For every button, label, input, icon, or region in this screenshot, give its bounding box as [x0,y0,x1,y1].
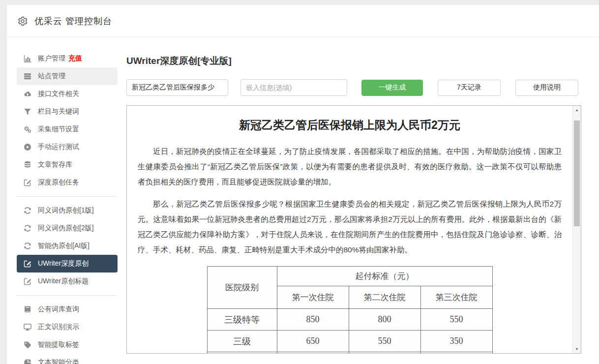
table-cell: 850 [277,309,349,331]
generate-button[interactable]: 一键生成 [361,80,423,96]
table-row: 二级 400 300 150 [207,352,492,354]
table-col-header: 第二次住院 [349,286,420,309]
article-scrollbar[interactable]: ▲ ▼ [572,106,581,353]
sidebar-item-smart-tag-extract[interactable]: 智能提取标签 [17,336,118,354]
sidebar-item-article-cache[interactable]: 文章暂存库 [17,156,118,174]
sidebar-divider [17,196,117,197]
app-title: 优采云 管理控制台 [34,15,112,27]
tag-icon [24,341,31,349]
sidebar-divider [17,295,117,296]
controls-row: 一键生成 7天记录 使用说明 [126,79,599,96]
sidebar-item-label: UWriter深度原创 [38,259,89,268]
sidebar-item-label: 同义词伪原创[2版] [38,224,94,233]
sidebar-item-label: 智能伪原创[AI版] [38,242,90,250]
page-title: UWriter深度原创[专业版] [126,55,599,67]
article-preview-panel: 新冠乙类乙管后医保报销上限为人民币2万元 近日，新冠肺炎的疫情正在全球蔓延，为了… [126,105,581,354]
gears-icon [24,125,31,133]
cloud-upload-icon [24,90,31,98]
sidebar-item-label: 公有词库查询 [38,305,79,314]
sidebar-item-label: 采集细节设置 [38,125,79,134]
refresh-icon [24,207,31,214]
sidebar-item-label: 账户管理 [38,54,65,63]
sidebar-item-columns-keywords[interactable]: 栏目与关键词 [17,103,118,121]
sidebar-item-label: 文章暂存库 [38,160,72,169]
sidebar-item-content-recognition-demo[interactable]: 正文识别演示 [17,318,118,336]
article-paragraph: 那么，新冠乙类乙管后医保报多少呢？根据国家卫生健康委员会的相关规定，新冠乙类乙管… [138,196,562,257]
sidebar-item-label: 深度原创任务 [38,178,79,187]
sidebar-item-label: 站点管理 [38,72,65,81]
recharge-badge[interactable]: 充值 [68,54,82,63]
sidebar-item-synonym-v1[interactable]: 同义词伪原创[1版] [17,202,118,219]
sidebar-item-interface-files[interactable]: 接口文件相关 [17,85,118,103]
pie-chart-icon [24,359,31,364]
sidebar-item-manual-test[interactable]: 手动运行测试 [17,138,118,156]
sidebar-item-label: 智能提取标签 [38,340,79,349]
sidebar-item-text-classification[interactable]: 文本智能分类 [17,354,118,364]
sidebar-item-label: 同义词伪原创[1版] [38,206,94,215]
app-window: 优采云 管理控制台 账户管理 充值 站点管理 接口文件相关 栏目与关键词 [7,5,599,364]
table-col-header: 第三次住院 [420,286,492,309]
sidebar: 账户管理 充值 站点管理 接口文件相关 栏目与关键词 采集细节设置 手动运 [7,37,126,364]
bar-chart-icon [24,55,31,62]
play-circle-icon [24,143,31,151]
book-icon [24,305,31,313]
table-col-header: 第一次住院 [277,286,349,309]
sidebar-item-ai-rewrite[interactable]: 智能伪原创[AI版] [17,237,118,255]
article-headline: 新冠乙类乙管后医保报销上限为人民币2万元 [138,118,562,133]
sidebar-item-label: 文本智能分类 [38,358,79,364]
sidebar-item-public-lexicon[interactable]: 公有词库查询 [17,301,118,318]
keyword-input[interactable] [126,79,228,96]
main-content: UWriter深度原创[专业版] 一键生成 7天记录 使用说明 新冠乙类乙管后医… [126,37,599,364]
edit-icon [24,260,31,268]
server-icon [24,72,31,80]
table-cell: 650 [277,331,349,352]
seven-day-records-button[interactable]: 7天记录 [438,80,501,96]
sidebar-item-label: 正文识别演示 [38,323,79,332]
table-cell: 350 [420,331,492,352]
app-header: 优采云 管理控制台 [7,5,599,37]
sidebar-item-sites[interactable]: 站点管理 [17,67,118,85]
table-cell: 150 [420,352,492,354]
edit-icon [24,179,31,186]
table-cell: 550 [420,309,492,331]
sidebar-item-synonym-v2[interactable]: 同义词伪原创[2版] [17,219,118,237]
table-cell: 三级特等 [207,309,277,331]
scroll-down-icon[interactable]: ▼ [573,345,581,353]
sidebar-item-label: UWriter原创标题 [38,277,89,286]
edit-icon [24,277,31,285]
hospital-deductible-table: 医院级别 起付标准（元） 第一次住院 第二次住院 第三次住院 三级特等 850 [207,266,493,353]
embed-info-input[interactable] [240,79,347,96]
gear-icon [18,16,28,26]
sidebar-item-label: 手动运行测试 [38,143,79,152]
monitor-icon [24,323,31,331]
table-cell: 800 [349,309,420,331]
article-paragraph: 近日，新冠肺炎的疫情正在全球蔓延，为了防止疫情发展，各国都采取了相应的措施。在中… [138,144,562,189]
sidebar-item-label: 接口文件相关 [38,90,79,98]
sidebar-item-uwriter-deep-original[interactable]: UWriter深度原创 [17,255,118,273]
table-cell: 400 [277,352,349,354]
refresh-icon [24,242,31,250]
sidebar-item-uwriter-original-title[interactable]: UWriter原创标题 [17,273,118,290]
filter-icon [24,108,31,116]
table-cell: 二级 [207,352,277,354]
table-cell: 300 [349,352,420,354]
table-row: 三级 650 550 350 [207,331,492,352]
scroll-up-icon[interactable]: ▲ [573,106,581,114]
table-row: 三级特等 850 800 550 [207,309,492,331]
article-content: 新冠乙类乙管后医保报销上限为人民币2万元 近日，新冠肺炎的疫情正在全球蔓延，为了… [127,106,572,353]
sidebar-item-account[interactable]: 账户管理 充值 [17,50,118,67]
table-cell: 三级 [207,331,277,352]
database-icon [24,161,31,169]
scrollbar-thumb[interactable] [574,121,580,226]
usage-help-button[interactable]: 使用说明 [515,80,578,96]
table-group-header: 起付标准（元） [277,267,492,286]
table-cell: 550 [349,331,420,352]
sidebar-item-collection-settings[interactable]: 采集细节设置 [17,121,118,138]
sidebar-item-deep-original-task[interactable]: 深度原创任务 [17,174,118,191]
sidebar-item-label: 栏目与关键词 [38,107,79,116]
refresh-icon [24,224,31,232]
table-corner-header: 医院级别 [207,267,277,309]
